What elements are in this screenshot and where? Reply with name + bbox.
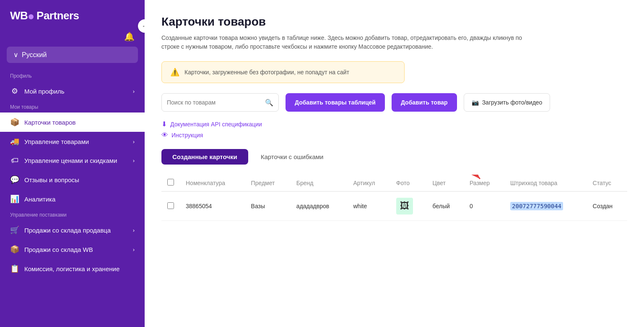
col-color: Цвет — [427, 175, 464, 191]
bell-area: 🔔 — [0, 30, 145, 47]
col-article: Артикул — [348, 175, 390, 191]
col-status: Статус — [587, 175, 627, 191]
language-label: Русский — [22, 51, 47, 59]
cart-icon: 🛒 — [10, 225, 19, 235]
eye-icon: 👁 — [161, 131, 168, 139]
sidebar-item-label: Продажи со склада продавца — [24, 227, 111, 234]
tabs-row: Созданные карточки Карточки с ошибками — [161, 149, 627, 165]
col-size: Размер — [464, 175, 504, 191]
chat-icon: 💬 — [10, 175, 19, 184]
col-photo: Фото — [390, 175, 427, 191]
language-selector[interactable]: ∨ Русский — [7, 47, 138, 63]
sidebar-item-label: Карточки товаров — [24, 119, 76, 126]
main-content: Карточки товаров Созданные карточки това… — [145, 0, 644, 327]
clipboard-icon: 📋 — [10, 264, 19, 273]
truck-icon: 🚚 — [10, 137, 19, 146]
sidebar-item-commission[interactable]: 📋 Комиссия, логистика и хранение — [0, 259, 145, 278]
add-table-button[interactable]: Добавить товары таблицей — [286, 93, 385, 112]
chart-icon: 📊 — [10, 194, 19, 204]
sidebar-item-label: Мой профиль — [24, 88, 65, 95]
logo-area: WB Partners — [0, 0, 145, 30]
product-thumbnail: 🖼 — [396, 198, 413, 215]
sidebar-item-prices[interactable]: 🏷 Управление ценами и скидками › — [0, 151, 145, 170]
sidebar-item-label: Управление ценами и скидками — [24, 157, 117, 164]
page-description: Созданные карточки товара можно увидеть … — [161, 34, 539, 51]
box2-icon: 📦 — [10, 245, 19, 254]
search-icon: 🔍 — [265, 99, 273, 107]
sidebar-item-analytics[interactable]: 📊 Аналитика — [0, 189, 145, 209]
sidebar-item-cards[interactable]: 📦 Карточки товаров — [0, 112, 145, 132]
cell-barcode: 20072777590044 — [504, 191, 587, 221]
chevron-left-icon: ← — [142, 23, 145, 29]
cell-color: белый — [427, 191, 464, 221]
page-title: Карточки товаров — [161, 15, 627, 29]
cell-status: Создан — [587, 191, 627, 221]
upload-button[interactable]: 📷 Загрузить фото/видео — [464, 93, 551, 112]
sidebar-item-label: Управление товарами — [24, 138, 89, 145]
upload-label: Загрузить фото/видео — [482, 99, 543, 106]
instruction-label: Инструкция — [171, 132, 203, 139]
select-all-checkbox[interactable] — [167, 179, 174, 186]
barcode-value: 20072777590044 — [510, 202, 563, 210]
chevron-right-icon: › — [133, 157, 135, 164]
toolbar-row: 🔍 Добавить товары таблицей Добавить това… — [161, 93, 627, 112]
sidebar-item-label: Продажи со склада WB — [24, 246, 93, 253]
sidebar-item-wb-sales[interactable]: 📦 Продажи со склада WB › — [0, 240, 145, 259]
alert-warning: ⚠️ Карточки, загруженные без фотографии,… — [161, 61, 405, 83]
box-icon: 📦 — [10, 118, 19, 127]
cell-nomenclature: 38865054 — [180, 191, 245, 221]
sidebar-item-label: Комиссия, логистика и хранение — [24, 265, 119, 272]
sidebar-item-label: Отзывы и вопросы — [24, 176, 79, 183]
instruction-link[interactable]: 👁 Инструкция — [161, 131, 627, 139]
add-item-button[interactable]: Добавить товар — [392, 93, 457, 112]
section-label-supply: Управление поставками — [0, 209, 145, 220]
chevron-right-icon: › — [133, 88, 135, 94]
search-input[interactable] — [167, 99, 265, 106]
image-icon: 🖼 — [400, 201, 409, 212]
products-table: Номенклатура Предмет Бренд Артикул Фото … — [161, 175, 627, 221]
logo-dot — [29, 14, 34, 19]
col-nomenclature: Номенклатура — [180, 175, 245, 191]
cell-brand: адададвров — [291, 191, 348, 221]
api-docs-link[interactable]: ⬇ Документация API спецификации — [161, 120, 627, 128]
logo-text: WB Partners — [10, 9, 79, 22]
chevron-down-icon: ∨ — [13, 51, 18, 59]
cell-article: white — [348, 191, 390, 221]
sidebar: WB Partners ← 🔔 ∨ Русский Профиль ⚙ Мой … — [0, 0, 145, 327]
col-brand: Бренд — [291, 175, 348, 191]
tab-created[interactable]: Созданные карточки — [161, 149, 248, 165]
col-barcode: Штрихкод товара — [504, 175, 587, 191]
search-box[interactable]: 🔍 — [161, 93, 279, 112]
sidebar-item-reviews[interactable]: 💬 Отзывы и вопросы — [0, 170, 145, 189]
api-docs-label: Документация API спецификации — [170, 121, 262, 128]
settings-icon: ⚙ — [10, 86, 19, 96]
chevron-right-icon: › — [133, 139, 135, 145]
download-icon: ⬇ — [161, 120, 167, 128]
section-label-mygoods: Мои товары — [0, 101, 145, 112]
table-row[interactable]: 38865054 Вазы адададвров white 🖼 белый 0… — [161, 191, 627, 221]
tab-errors[interactable]: Карточки с ошибками — [250, 149, 335, 165]
col-subject: Предмет — [245, 175, 291, 191]
cell-subject: Вазы — [245, 191, 291, 221]
alert-text: Карточки, загруженные без фотографии, не… — [184, 69, 349, 76]
chevron-right-icon: › — [133, 246, 135, 253]
links-row: ⬇ Документация API спецификации 👁 Инстру… — [161, 120, 627, 139]
section-label-profile: Профиль — [0, 70, 145, 81]
bell-icon[interactable]: 🔔 — [124, 31, 135, 42]
cell-photo: 🖼 — [390, 191, 427, 221]
sidebar-item-label: Аналитика — [24, 196, 55, 203]
chevron-right-icon: › — [133, 227, 135, 233]
row-checkbox[interactable] — [167, 202, 174, 209]
table-container: Номенклатура Предмет Бренд Артикул Фото … — [161, 175, 627, 221]
camera-icon: 📷 — [472, 99, 479, 106]
cell-size: 0 — [464, 191, 504, 221]
sidebar-item-manage[interactable]: 🚚 Управление товарами › — [0, 132, 145, 151]
sidebar-item-seller-sales[interactable]: 🛒 Продажи со склада продавца › — [0, 220, 145, 240]
tag-icon: 🏷 — [10, 156, 19, 165]
sidebar-item-profile[interactable]: ⚙ Мой профиль › — [0, 81, 145, 101]
warning-icon: ⚠️ — [170, 68, 179, 77]
